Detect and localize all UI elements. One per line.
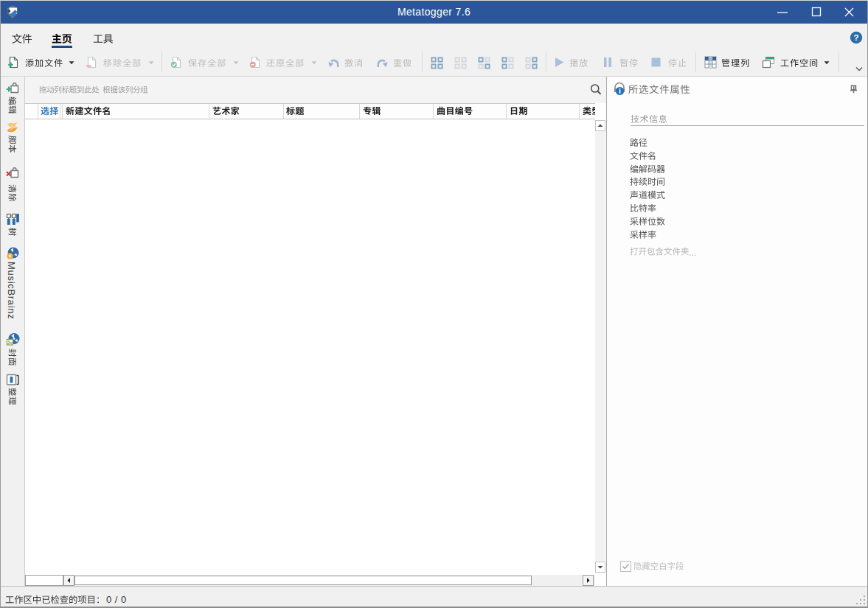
svg-text:?: ? bbox=[853, 33, 858, 42]
